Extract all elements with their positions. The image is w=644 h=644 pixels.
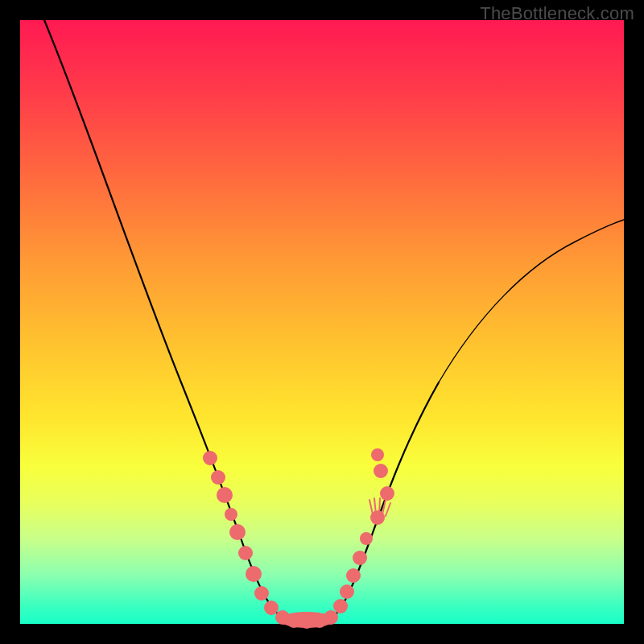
svg-line-0 [369,500,373,514]
marker-dot [225,508,237,521]
marker-dot [287,613,301,628]
marker-dot [238,546,253,560]
marker-dot [324,610,338,625]
bottleneck-chart-svg [20,20,624,624]
marker-dot [374,464,388,478]
curve-left-branch [44,20,286,620]
marker-dot [346,568,361,583]
marker-dot [254,586,269,601]
marker-dot [217,487,233,503]
curve-right-branch-upper [439,220,624,382]
marker-dot [264,601,279,615]
svg-line-4 [386,503,390,516]
marker-dot [333,599,348,613]
outer-frame: TheBottleneck.com [0,0,644,644]
marker-dot [371,448,384,461]
watermark-text: TheBottleneck.com [480,3,634,24]
marker-dot [340,584,354,599]
marker-dot [299,614,314,629]
marker-dot [246,566,262,582]
marker-dot [353,551,367,565]
marker-dot [360,532,373,545]
marker-dot [370,510,385,525]
marker-dot [211,470,225,485]
marker-dot [229,524,246,540]
marker-dot [380,486,394,501]
curve-right-branch-lower [330,382,439,620]
chart-plot-area [20,20,624,624]
marker-dot [203,451,217,465]
